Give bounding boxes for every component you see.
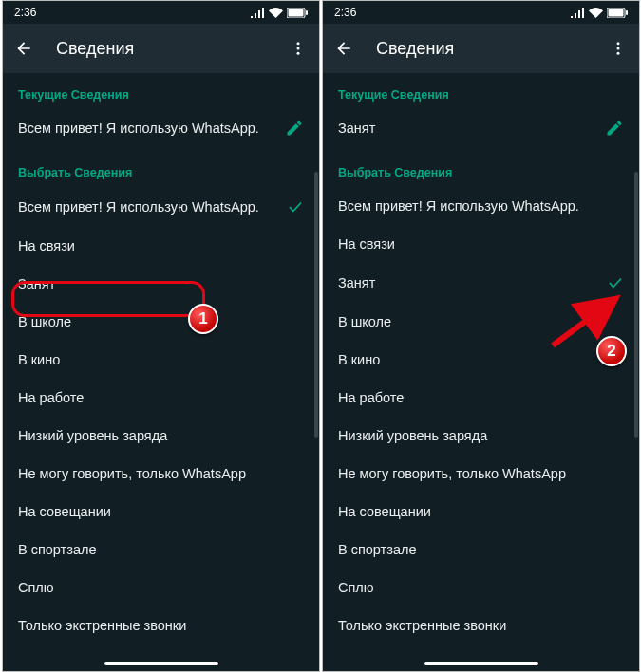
back-button[interactable] — [12, 37, 35, 60]
about-option[interactable]: В кино — [323, 341, 639, 379]
about-option[interactable]: На совещании — [323, 493, 639, 531]
about-option-label: В кино — [338, 352, 624, 367]
signal-icon — [251, 8, 265, 18]
svg-rect-8 — [626, 10, 628, 15]
svg-point-9 — [617, 42, 620, 45]
about-option[interactable]: На связи — [3, 227, 319, 265]
about-option-label: На связи — [18, 238, 304, 253]
battery-icon — [607, 8, 628, 18]
about-option[interactable]: В спортзале — [323, 531, 639, 569]
about-option-label: Только экстренные звонки — [338, 618, 624, 633]
about-option[interactable]: Низкий уровень заряда — [323, 417, 639, 455]
check-icon — [607, 274, 624, 291]
svg-point-11 — [617, 52, 620, 55]
about-option[interactable]: На работе — [3, 379, 319, 417]
app-bar: Сведения — [323, 24, 639, 73]
about-option[interactable]: Всем привет! Я использую WhatsApp. — [3, 187, 319, 227]
about-option[interactable]: Всем привет! Я использую WhatsApp. — [323, 187, 639, 225]
page-title: Сведения — [56, 39, 287, 59]
about-option-label: Только экстренные звонки — [18, 618, 304, 633]
section-choose-header: Выбрать Сведения — [3, 151, 319, 187]
app-bar: Сведения — [3, 24, 319, 73]
about-option[interactable]: Не могу говорить, только WhatsApp — [323, 455, 639, 493]
current-about-row[interactable]: Всем привет! Я использую WhatsApp. — [3, 109, 319, 151]
wifi-icon — [589, 8, 603, 18]
status-icons — [571, 8, 628, 18]
about-option-label: В спортзале — [18, 542, 304, 557]
current-about-row[interactable]: Занят — [323, 109, 639, 151]
back-button[interactable] — [332, 37, 355, 60]
phone-screen-right: 2:36 Сведения Текущие Сведения Занят Выб… — [322, 0, 640, 672]
svg-point-5 — [297, 52, 300, 55]
signal-icon — [571, 8, 585, 18]
about-option[interactable]: Занят — [3, 265, 319, 303]
about-option[interactable]: В кино — [3, 341, 319, 379]
about-option-label: Занят — [18, 276, 304, 291]
home-indicator — [104, 662, 218, 665]
about-option-label: Сплю — [338, 580, 624, 595]
about-option-label: Занят — [338, 275, 607, 290]
section-choose-header: Выбрать Сведения — [323, 151, 639, 187]
about-option-label: Сплю — [18, 580, 304, 595]
status-icons — [251, 8, 308, 18]
about-option[interactable]: Сплю — [323, 569, 639, 607]
scrollbar[interactable] — [314, 172, 318, 438]
more-button[interactable] — [287, 37, 310, 60]
about-option-label: Всем привет! Я использую WhatsApp. — [338, 198, 624, 214]
scrollbar[interactable] — [634, 172, 638, 438]
about-option[interactable]: Только экстренные звонки — [323, 607, 639, 644]
edit-button[interactable] — [285, 119, 304, 138]
page-title: Сведения — [376, 39, 607, 59]
svg-rect-7 — [609, 9, 624, 16]
svg-point-4 — [297, 47, 300, 50]
wifi-icon — [269, 8, 283, 18]
about-option-label: Низкий уровень заряда — [338, 428, 624, 443]
about-option[interactable]: На совещании — [3, 493, 319, 531]
about-options-list: Всем привет! Я использую WhatsApp.На свя… — [3, 187, 319, 644]
phone-screen-left: 2:36 Сведения Текущие Сведения Всем прив… — [2, 0, 320, 672]
edit-button[interactable] — [605, 119, 624, 138]
about-option-label: На работе — [18, 390, 304, 405]
about-option-label: Не могу говорить, только WhatsApp — [18, 466, 304, 481]
about-option-label: На работе — [338, 390, 624, 405]
about-option-label: В школе — [18, 314, 304, 329]
about-option[interactable]: Сплю — [3, 569, 319, 607]
about-option[interactable]: Занят — [323, 263, 639, 303]
about-option-label: На связи — [338, 236, 624, 252]
about-options-list: Всем привет! Я использую WhatsApp.На свя… — [323, 187, 639, 644]
status-bar: 2:36 — [323, 1, 639, 24]
current-about-text: Всем привет! Я использую WhatsApp. — [18, 121, 285, 136]
current-about-text: Занят — [338, 121, 605, 136]
about-option-label: Не могу говорить, только WhatsApp — [338, 466, 624, 481]
status-bar: 2:36 — [3, 1, 319, 24]
svg-rect-2 — [306, 10, 308, 15]
about-option-label: В кино — [18, 352, 304, 367]
home-indicator — [424, 662, 538, 665]
about-option-label: На совещании — [338, 504, 624, 519]
about-option-label: В школе — [338, 314, 624, 329]
section-current-header: Текущие Сведения — [3, 73, 319, 109]
about-option[interactable]: Только экстренные звонки — [3, 607, 319, 644]
battery-icon — [287, 8, 308, 18]
about-option-label: На совещании — [18, 504, 304, 519]
check-icon — [287, 198, 304, 215]
about-option[interactable]: В спортзале — [3, 531, 319, 569]
status-time: 2:36 — [14, 6, 36, 19]
about-option-label: Низкий уровень заряда — [18, 428, 304, 443]
about-option[interactable]: В школе — [3, 303, 319, 341]
section-current-header: Текущие Сведения — [323, 73, 639, 109]
svg-point-3 — [297, 42, 300, 45]
about-option[interactable]: На связи — [323, 225, 639, 263]
about-option[interactable]: На работе — [323, 379, 639, 417]
svg-rect-1 — [289, 9, 304, 16]
more-button[interactable] — [607, 37, 630, 60]
status-time: 2:36 — [334, 6, 356, 19]
about-option[interactable]: В школе — [323, 303, 639, 341]
about-option[interactable]: Не могу говорить, только WhatsApp — [3, 455, 319, 493]
svg-point-10 — [617, 47, 620, 50]
about-option-label: Всем привет! Я использую WhatsApp. — [18, 199, 287, 215]
about-option[interactable]: Низкий уровень заряда — [3, 417, 319, 455]
about-option-label: В спортзале — [338, 542, 624, 557]
